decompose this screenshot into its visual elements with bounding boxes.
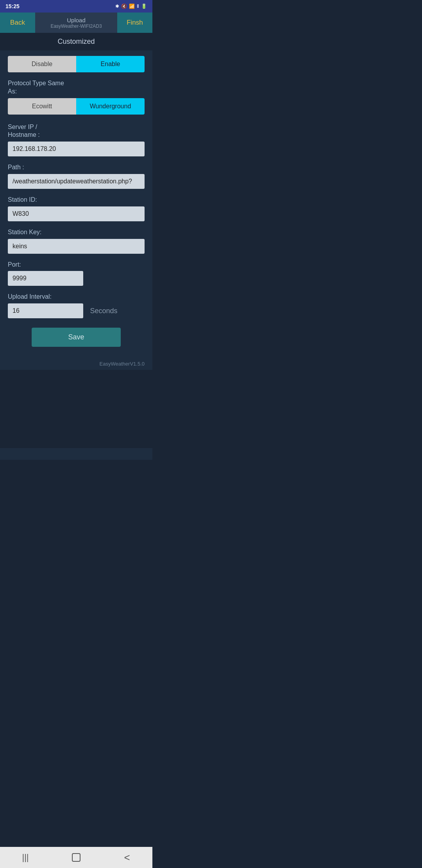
enable-disable-toggle: Disable Enable xyxy=(8,56,145,72)
protocol-toggle: Ecowitt Wunderground xyxy=(8,98,145,115)
path-group: Path : xyxy=(8,163,145,189)
station-id-input[interactable] xyxy=(8,206,145,221)
protocol-type-group: Protocol Type Same As: Ecowitt Wundergro… xyxy=(8,79,145,115)
section-header: Customized xyxy=(0,33,152,50)
disable-button[interactable]: Disable xyxy=(8,56,76,72)
station-id-group: Station ID: xyxy=(8,196,145,221)
status-icons: ✱ 🔇 📶 Ⅱ 🔋 xyxy=(115,4,147,9)
seconds-label: Seconds xyxy=(90,307,118,315)
signal-icon: Ⅱ xyxy=(137,4,139,9)
station-key-group: Station Key: xyxy=(8,228,145,254)
path-input[interactable] xyxy=(8,174,145,189)
finish-button[interactable]: Finsh xyxy=(117,13,152,33)
server-ip-input[interactable] xyxy=(8,142,145,156)
port-input[interactable] xyxy=(8,271,83,286)
status-time: 15:25 xyxy=(5,3,20,9)
upload-interval-label: Upload Interval: xyxy=(8,293,145,301)
wunderground-button[interactable]: Wunderground xyxy=(76,98,145,115)
station-key-input[interactable] xyxy=(8,239,145,254)
server-ip-label: Server IP / Hostname : xyxy=(8,123,145,140)
mute-icon: 🔇 xyxy=(121,4,127,9)
interval-row: Seconds xyxy=(8,303,145,318)
save-button[interactable]: Save xyxy=(32,328,121,347)
version-text: EasyWeatherV1.5.0 xyxy=(0,356,152,370)
top-nav: Back Upload EasyWeather-WIFI2AD3 Finsh xyxy=(0,13,152,33)
port-group: Port: xyxy=(8,261,145,286)
ecowitt-button[interactable]: Ecowitt xyxy=(8,98,76,115)
station-key-label: Station Key: xyxy=(8,228,145,237)
dark-area xyxy=(0,370,152,448)
nav-title-main: Upload xyxy=(67,17,86,23)
station-id-label: Station ID: xyxy=(8,196,145,204)
path-label: Path : xyxy=(8,163,145,172)
nav-title: Upload EasyWeather-WIFI2AD3 xyxy=(35,13,117,33)
upload-interval-input[interactable] xyxy=(8,303,83,318)
enable-button[interactable]: Enable xyxy=(76,56,145,72)
wifi-icon: 📶 xyxy=(129,4,135,9)
protocol-type-label: Protocol Type Same As: xyxy=(8,79,145,96)
port-label: Port: xyxy=(8,261,145,269)
back-button[interactable]: Back xyxy=(0,13,35,33)
battery-icon: 🔋 xyxy=(141,4,147,9)
nav-title-sub: EasyWeather-WIFI2AD3 xyxy=(50,23,102,29)
status-bar: 15:25 ✱ 🔇 📶 Ⅱ 🔋 xyxy=(0,0,152,13)
content-area: Disable Enable Protocol Type Same As: Ec… xyxy=(0,50,152,356)
upload-interval-group: Upload Interval: Seconds xyxy=(8,293,145,318)
server-ip-group: Server IP / Hostname : xyxy=(8,123,145,157)
main-content: Customized Disable Enable Protocol Type … xyxy=(0,33,152,460)
bluetooth-icon: ✱ xyxy=(115,4,119,9)
